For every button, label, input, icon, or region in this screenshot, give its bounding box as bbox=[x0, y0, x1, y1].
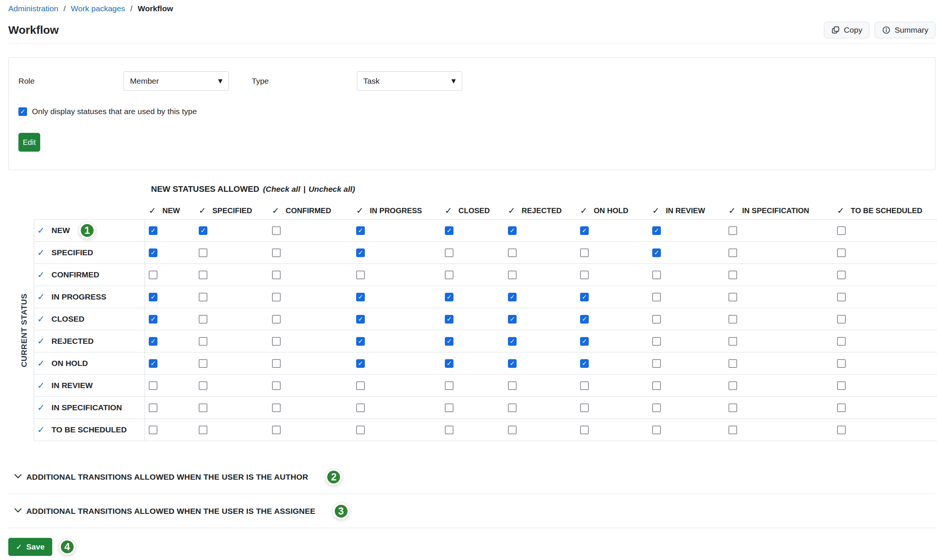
transition-checkbox[interactable]: ✓ bbox=[356, 315, 365, 323]
transition-checkbox[interactable] bbox=[580, 271, 589, 279]
edit-button[interactable]: Edit bbox=[19, 133, 40, 152]
transition-checkbox[interactable]: ✓ bbox=[356, 359, 365, 368]
transition-checkbox[interactable] bbox=[199, 293, 207, 302]
transition-checkbox[interactable] bbox=[272, 337, 281, 346]
transition-checkbox[interactable] bbox=[272, 315, 281, 323]
transition-checkbox[interactable]: ✓ bbox=[149, 293, 157, 302]
transition-checkbox[interactable] bbox=[508, 426, 517, 434]
column-check-icon[interactable]: ✓ bbox=[652, 206, 659, 215]
row-check-icon[interactable]: ✓ bbox=[37, 315, 45, 323]
transition-checkbox[interactable] bbox=[729, 337, 737, 346]
transition-checkbox[interactable] bbox=[729, 293, 737, 302]
transition-checkbox[interactable]: ✓ bbox=[149, 359, 157, 368]
transition-checkbox[interactable] bbox=[199, 403, 207, 412]
only-used-statuses-checkbox[interactable]: ✓ bbox=[19, 107, 27, 116]
transition-checkbox[interactable] bbox=[580, 382, 589, 390]
transition-checkbox[interactable] bbox=[149, 403, 157, 412]
row-check-icon[interactable]: ✓ bbox=[37, 403, 45, 412]
transition-checkbox[interactable] bbox=[445, 403, 454, 412]
breadcrumb-administration[interactable]: Administration bbox=[8, 4, 58, 13]
transition-checkbox[interactable]: ✓ bbox=[149, 337, 157, 346]
transition-checkbox[interactable] bbox=[729, 271, 737, 279]
transition-checkbox[interactable] bbox=[272, 359, 281, 368]
transition-checkbox[interactable] bbox=[729, 359, 737, 368]
transition-checkbox[interactable] bbox=[508, 271, 517, 279]
transition-checkbox[interactable] bbox=[445, 271, 454, 279]
transition-checkbox[interactable] bbox=[837, 359, 846, 368]
transition-checkbox[interactable]: ✓ bbox=[508, 293, 517, 302]
transition-checkbox[interactable] bbox=[508, 248, 517, 257]
transition-checkbox[interactable]: ✓ bbox=[508, 337, 517, 346]
transition-checkbox[interactable]: ✓ bbox=[149, 315, 157, 323]
row-check-icon[interactable]: ✓ bbox=[37, 337, 45, 346]
row-check-icon[interactable]: ✓ bbox=[37, 292, 45, 302]
transition-checkbox[interactable]: ✓ bbox=[445, 226, 454, 235]
transition-checkbox[interactable]: ✓ bbox=[149, 248, 157, 257]
role-select[interactable]: Member ▼ bbox=[123, 71, 229, 91]
transition-checkbox[interactable] bbox=[199, 315, 207, 323]
transition-checkbox[interactable]: ✓ bbox=[580, 359, 589, 368]
transition-checkbox[interactable] bbox=[199, 382, 207, 390]
transition-checkbox[interactable] bbox=[652, 382, 661, 390]
row-check-icon[interactable]: ✓ bbox=[37, 226, 45, 235]
transition-checkbox[interactable] bbox=[837, 271, 846, 279]
summary-button[interactable]: Summary bbox=[875, 22, 935, 38]
uncheck-all-link[interactable]: Uncheck all bbox=[309, 185, 352, 193]
column-check-icon[interactable]: ✓ bbox=[272, 206, 279, 215]
transition-checkbox[interactable] bbox=[199, 271, 207, 279]
transition-checkbox[interactable] bbox=[837, 248, 846, 257]
transition-checkbox[interactable]: ✓ bbox=[356, 337, 365, 346]
transition-checkbox[interactable] bbox=[837, 382, 846, 390]
transition-checkbox[interactable]: ✓ bbox=[356, 293, 365, 302]
transition-checkbox[interactable] bbox=[356, 426, 365, 434]
transition-checkbox[interactable] bbox=[580, 426, 589, 434]
transition-checkbox[interactable] bbox=[508, 403, 517, 412]
transition-checkbox[interactable]: ✓ bbox=[580, 293, 589, 302]
transition-checkbox[interactable] bbox=[445, 382, 454, 390]
transition-checkbox[interactable] bbox=[652, 271, 661, 279]
transition-checkbox[interactable]: ✓ bbox=[445, 337, 454, 346]
transition-checkbox[interactable] bbox=[272, 426, 281, 434]
transition-checkbox[interactable] bbox=[652, 293, 661, 302]
transition-checkbox[interactable] bbox=[729, 403, 737, 412]
transition-checkbox[interactable] bbox=[272, 226, 281, 235]
transition-checkbox[interactable]: ✓ bbox=[508, 315, 517, 323]
copy-button[interactable]: Copy bbox=[824, 22, 869, 38]
transition-checkbox[interactable]: ✓ bbox=[508, 226, 517, 235]
transition-checkbox[interactable] bbox=[272, 403, 281, 412]
transition-checkbox[interactable]: ✓ bbox=[199, 226, 207, 235]
column-check-icon[interactable]: ✓ bbox=[729, 206, 736, 215]
transition-checkbox[interactable] bbox=[580, 248, 589, 257]
transition-checkbox[interactable] bbox=[356, 271, 365, 279]
transition-checkbox[interactable] bbox=[356, 403, 365, 412]
transition-checkbox[interactable] bbox=[272, 248, 281, 257]
transition-checkbox[interactable] bbox=[652, 337, 661, 346]
transition-checkbox[interactable] bbox=[837, 403, 846, 412]
transition-checkbox[interactable] bbox=[729, 426, 737, 434]
transition-checkbox[interactable] bbox=[199, 426, 207, 434]
transition-checkbox[interactable] bbox=[729, 248, 737, 257]
transition-checkbox[interactable] bbox=[356, 382, 365, 390]
transition-checkbox[interactable]: ✓ bbox=[356, 248, 365, 257]
column-check-icon[interactable]: ✓ bbox=[199, 206, 206, 215]
transition-checkbox[interactable] bbox=[199, 337, 207, 346]
column-check-icon[interactable]: ✓ bbox=[356, 206, 363, 215]
transition-checkbox[interactable]: ✓ bbox=[652, 248, 661, 257]
transition-checkbox[interactable] bbox=[652, 403, 661, 412]
author-transitions-section[interactable]: ADDITIONAL TRANSITIONS ALLOWED WHEN THE … bbox=[14, 472, 935, 482]
row-check-icon[interactable]: ✓ bbox=[37, 359, 45, 368]
check-all-link[interactable]: Check all bbox=[266, 185, 300, 193]
transition-checkbox[interactable] bbox=[729, 382, 737, 390]
column-check-icon[interactable]: ✓ bbox=[508, 206, 515, 215]
transition-checkbox[interactable] bbox=[272, 293, 281, 302]
transition-checkbox[interactable] bbox=[199, 359, 207, 368]
transition-checkbox[interactable] bbox=[837, 426, 846, 434]
transition-checkbox[interactable] bbox=[199, 248, 207, 257]
transition-checkbox[interactable]: ✓ bbox=[580, 337, 589, 346]
transition-checkbox[interactable] bbox=[837, 315, 846, 323]
transition-checkbox[interactable] bbox=[837, 293, 846, 302]
transition-checkbox[interactable] bbox=[652, 426, 661, 434]
transition-checkbox[interactable] bbox=[837, 226, 846, 235]
transition-checkbox[interactable] bbox=[729, 315, 737, 323]
transition-checkbox[interactable]: ✓ bbox=[149, 226, 157, 235]
